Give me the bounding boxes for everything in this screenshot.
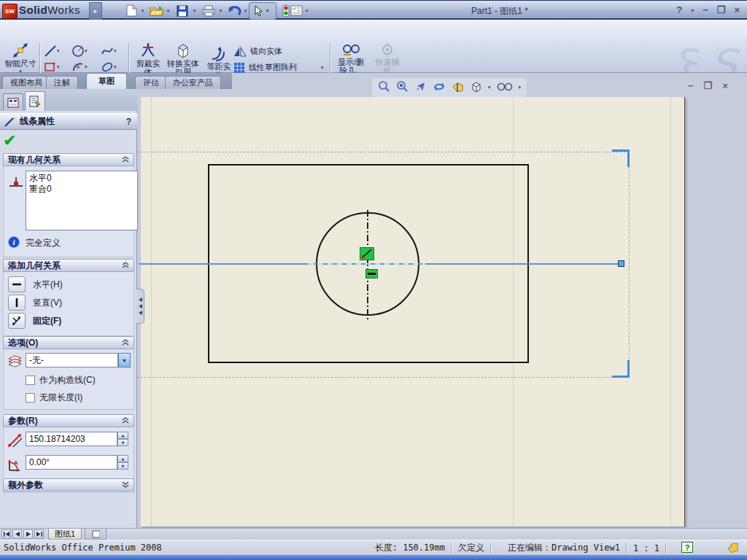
- linear-pattern-dropdown[interactable]: ▾: [321, 65, 324, 71]
- horizontal-relation-badge[interactable]: [365, 269, 378, 279]
- doc-close-button[interactable]: ×: [722, 80, 728, 91]
- tab-sketch[interactable]: 草图: [86, 73, 127, 89]
- vertical-relation-icon[interactable]: [8, 295, 26, 311]
- coincident-relation-badge[interactable]: [360, 247, 374, 260]
- next-sheet-button[interactable]: [23, 529, 33, 539]
- panel-splitter-handle[interactable]: [136, 289, 144, 324]
- relation-item[interactable]: 重合0: [29, 184, 134, 195]
- ok-check-button[interactable]: ✔: [3, 131, 16, 149]
- graphics-area[interactable]: ▾ ▾ − ❐ ×: [137, 73, 747, 528]
- expand-chevron-icon[interactable]: [122, 480, 129, 490]
- collapse-chevron-icon[interactable]: [122, 416, 129, 426]
- spline-tool-button[interactable]: ▾: [101, 43, 123, 59]
- tab-annotation[interactable]: 注解: [46, 76, 78, 89]
- property-manager-tab[interactable]: [25, 91, 45, 111]
- relations-glasses-icon: [341, 42, 360, 58]
- length-input[interactable]: 150.18714203: [26, 432, 117, 446]
- line-style-value[interactable]: -无-: [26, 353, 118, 368]
- help-dropdown[interactable]: ▾: [691, 4, 694, 15]
- collapse-chevron-icon[interactable]: [122, 260, 129, 271]
- collapse-chevron-icon[interactable]: [122, 338, 129, 348]
- select-dropdown[interactable]: ▾: [266, 8, 269, 14]
- angle-field-row[interactable]: 0.00° ▲▼: [26, 455, 128, 470]
- tab-view-layout[interactable]: 视图布局: [2, 76, 50, 89]
- add-vertical-row[interactable]: 竖直(V): [8, 295, 62, 311]
- print-button[interactable]: [201, 4, 216, 18]
- mirror-entities-button[interactable]: 镜向实体: [233, 44, 282, 59]
- add-relations-header[interactable]: 添加几何关系: [3, 259, 134, 272]
- relation-symbol-icon: [8, 175, 24, 190]
- angle-spinner[interactable]: ▲▼: [117, 455, 128, 470]
- doc-minimize-button[interactable]: −: [688, 80, 694, 91]
- length-spinner[interactable]: ▲▼: [117, 432, 128, 446]
- last-sheet-button[interactable]: [34, 529, 44, 539]
- relations-listbox[interactable]: 水平0 重合0: [26, 171, 138, 230]
- tag-icon[interactable]: [727, 542, 740, 555]
- add-fix-row[interactable]: 固定(F): [8, 313, 61, 329]
- product-name: SolidWorks Office Premium 2008: [4, 542, 162, 553]
- line-tool-button[interactable]: ▾: [44, 43, 66, 59]
- quick-tips-help-icon[interactable]: ?: [681, 542, 693, 555]
- collapse-chevron-icon[interactable]: [122, 155, 129, 165]
- minimize-button[interactable]: −: [703, 4, 708, 15]
- circle-tool-button[interactable]: ▾: [71, 43, 93, 59]
- panel-title: 线条属性: [20, 115, 55, 128]
- length-field-row[interactable]: 150.18714203 ▲▼: [26, 432, 128, 446]
- section-view-button[interactable]: [452, 81, 464, 95]
- menu-flyout-arrow[interactable]: ▸: [89, 2, 102, 20]
- previous-sheet-button[interactable]: [12, 529, 22, 539]
- new-document-button[interactable]: [124, 4, 139, 18]
- construction-line-checkbox[interactable]: [26, 376, 35, 385]
- save-dropdown[interactable]: ▾: [191, 8, 198, 15]
- smart-dimension-icon: [12, 42, 29, 59]
- print-dropdown[interactable]: ▾: [217, 8, 224, 15]
- relation-item[interactable]: 水平0: [29, 173, 134, 184]
- existing-relations-header[interactable]: 现有几何关系: [3, 153, 134, 166]
- parameters-header[interactable]: 参数(R): [3, 414, 134, 427]
- restore-button[interactable]: ❐: [717, 4, 726, 15]
- undo-button[interactable]: [228, 4, 242, 18]
- options-header[interactable]: 选项(O): [3, 336, 134, 349]
- options-dropdown[interactable]: ▾: [303, 8, 310, 15]
- infinite-length-checkbox-row[interactable]: 无限长度(I): [26, 392, 82, 404]
- add-sheet-tab-button[interactable]: [85, 529, 107, 540]
- tab-office-products[interactable]: 办公室产品: [165, 76, 221, 89]
- close-button[interactable]: ×: [734, 4, 740, 15]
- construction-line-checkbox-row[interactable]: 作为构造线(C): [26, 374, 96, 386]
- save-button[interactable]: [175, 4, 190, 18]
- open-dropdown[interactable]: ▾: [165, 8, 171, 15]
- zoom-area-button[interactable]: [396, 80, 409, 95]
- open-button[interactable]: [149, 4, 163, 18]
- feature-manager-tab[interactable]: [3, 93, 23, 111]
- horizontal-relation-icon[interactable]: [8, 276, 26, 292]
- fix-relation-icon[interactable]: [8, 313, 26, 329]
- undo-dropdown[interactable]: ▾: [242, 8, 249, 15]
- add-horizontal-row[interactable]: 水平(H): [8, 276, 63, 292]
- infinite-length-checkbox[interactable]: [26, 393, 35, 402]
- rotate-view-button[interactable]: [433, 81, 446, 95]
- view-orientation-dropdown[interactable]: ▾: [488, 85, 491, 90]
- view-corner-bracket-top-right: [612, 149, 630, 167]
- tab-evaluate[interactable]: 评估: [135, 76, 167, 89]
- smart-dimension-button[interactable]: 智能尺寸 ▾: [4, 42, 36, 74]
- zoom-fit-button[interactable]: [378, 80, 390, 95]
- first-sheet-button[interactable]: [1, 529, 11, 539]
- help-button[interactable]: ?: [676, 4, 682, 15]
- view-orientation-button[interactable]: [470, 80, 482, 95]
- vertical-centerline[interactable]: [367, 210, 368, 319]
- panel-help-button[interactable]: ?: [126, 117, 131, 127]
- logo-solid: Solid: [19, 4, 47, 16]
- new-document-dropdown[interactable]: ▾: [139, 8, 146, 15]
- line-endpoint-handle[interactable]: [618, 260, 624, 267]
- options-list-button[interactable]: [289, 4, 303, 18]
- angle-input[interactable]: 0.00°: [26, 455, 117, 470]
- line-style-dropdown[interactable]: -无- ▾: [26, 353, 131, 368]
- previous-view-button[interactable]: [414, 80, 427, 95]
- select-tool-button[interactable]: ▾: [249, 2, 276, 20]
- line-style-dropdown-arrow[interactable]: ▾: [118, 353, 131, 368]
- extra-parameters-header[interactable]: 额外参数: [3, 478, 134, 491]
- display-style-button[interactable]: [497, 82, 513, 93]
- doc-restore-button[interactable]: ❐: [704, 80, 713, 91]
- sheet-tab[interactable]: 图纸1: [48, 529, 82, 540]
- display-style-dropdown[interactable]: ▾: [519, 85, 522, 90]
